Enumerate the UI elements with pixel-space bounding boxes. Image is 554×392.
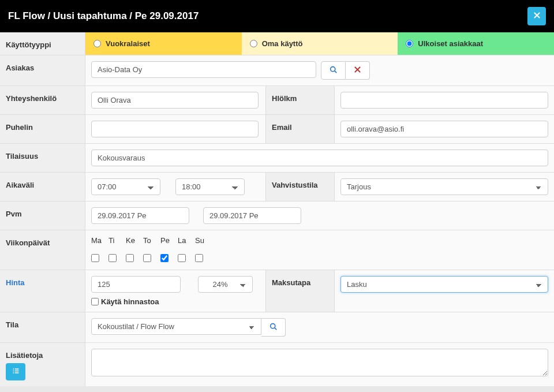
usertype-ulkoiset[interactable]: Ulkoiset asiakkaat xyxy=(398,32,554,55)
svg-rect-6 xyxy=(13,368,14,369)
hlolkm-input[interactable] xyxy=(340,92,548,109)
search-icon xyxy=(330,66,337,75)
row-tila: Tila Kokoustilat / Flow Flow xyxy=(0,312,554,342)
use-pricelist-label[interactable]: Käytä hinnastoa xyxy=(91,297,159,306)
usertype-vuokralaiset[interactable]: Vuokralaiset xyxy=(85,32,242,55)
radio-vuokralaiset[interactable] xyxy=(93,40,101,47)
label-lisatietoja: Lisätietoja xyxy=(0,351,85,360)
label-vahvistustila: Vahvistustila xyxy=(265,173,335,201)
radio-omakaytto[interactable] xyxy=(250,40,257,47)
svg-rect-9 xyxy=(14,371,18,372)
svg-point-4 xyxy=(271,324,275,328)
label-aikavali: Aikaväli xyxy=(0,173,85,201)
weekday-check-ma[interactable] xyxy=(91,254,99,262)
weekday-checkboxes xyxy=(91,254,212,264)
row-aikavali: Aikaväli 07:00 18:00 Vahvistustila Tarjo… xyxy=(0,172,554,201)
svg-rect-8 xyxy=(13,371,14,372)
usertype-omakaytto-label: Oma käyttö xyxy=(262,39,303,48)
label-viikonpaivat: Viikonpäivät xyxy=(0,230,85,270)
modal: FL Flow / Uusi tapahtuma / Pe 29.09.2017… xyxy=(0,0,554,386)
weekday-su: Su xyxy=(195,236,212,245)
yhteyshenkilo-input[interactable] xyxy=(91,92,259,109)
svg-rect-11 xyxy=(14,372,18,374)
tilaisuus-input[interactable] xyxy=(91,150,548,166)
list-icon xyxy=(12,367,20,376)
row-tilaisuus: Tilaisuus xyxy=(0,143,554,172)
radio-ulkoiset[interactable] xyxy=(406,40,413,47)
label-puhelin: Puhelin xyxy=(0,115,85,143)
svg-line-1 xyxy=(335,71,336,73)
pvm-end-input[interactable] xyxy=(203,207,301,224)
row-lisatietoja: Lisätietoja xyxy=(0,342,554,386)
weekday-check-su[interactable] xyxy=(195,254,203,262)
svg-point-0 xyxy=(331,67,335,72)
label-kayttotyyppi: Käyttötyyppi xyxy=(0,32,85,55)
weekday-check-la[interactable] xyxy=(178,254,186,262)
usertype-omakaytto[interactable]: Oma käyttö xyxy=(242,32,398,55)
weekday-la: La xyxy=(178,236,195,245)
tila-select[interactable]: Kokoustilat / Flow Flow xyxy=(91,318,261,335)
search-icon xyxy=(269,323,277,332)
modal-header: FL Flow / Uusi tapahtuma / Pe 29.09.2017 xyxy=(0,0,554,32)
aikavali-start-select[interactable]: 07:00 xyxy=(91,178,160,195)
row-usertype: Käyttötyyppi Vuokralaiset Oma käyttö Ulk… xyxy=(0,32,554,55)
form-content: Käyttötyyppi Vuokralaiset Oma käyttö Ulk… xyxy=(0,32,554,386)
label-hinta[interactable]: Hinta xyxy=(0,270,85,312)
use-pricelist-text: Käytä hinnastoa xyxy=(101,297,159,306)
maksutapa-select[interactable]: Lasku xyxy=(340,276,548,293)
svg-rect-7 xyxy=(14,368,18,369)
row-pvm: Pvm xyxy=(0,201,554,230)
weekday-ti: Ti xyxy=(108,236,126,245)
weekday-check-ti[interactable] xyxy=(108,254,117,262)
weekday-pe: Pe xyxy=(160,236,178,245)
asiakas-input[interactable] xyxy=(91,61,316,78)
asiakas-search-button[interactable] xyxy=(321,61,346,80)
weekday-check-ke[interactable] xyxy=(126,254,134,262)
tila-search-button[interactable] xyxy=(261,318,286,337)
row-hinta: Hinta 24% Käytä hinnastoa Maksutapa Lask… xyxy=(0,270,554,312)
hinta-input[interactable] xyxy=(91,276,181,293)
vat-select[interactable]: 24% xyxy=(198,276,253,293)
row-puhelin: Puhelin Email xyxy=(0,114,554,143)
label-email: Email xyxy=(265,115,335,143)
label-asiakas: Asiakas xyxy=(0,55,85,85)
close-button[interactable] xyxy=(527,7,546,25)
weekday-labels: Ma Ti Ke To Pe La Su xyxy=(91,236,212,249)
times-icon xyxy=(354,66,361,75)
weekday-ke: Ke xyxy=(126,236,143,245)
usertype-vuokralaiset-label: Vuokralaiset xyxy=(106,39,150,48)
lisatietoja-textarea[interactable] xyxy=(91,349,548,376)
label-yhteyshenkilo: Yhteyshenkilö xyxy=(0,86,85,114)
close-icon xyxy=(533,11,541,21)
row-viikonpaivat: Viikonpäivät Ma Ti Ke To Pe La Su xyxy=(0,230,554,270)
label-tila: Tila xyxy=(0,312,85,342)
weekday-check-pe[interactable] xyxy=(160,254,169,262)
puhelin-input[interactable] xyxy=(91,121,259,137)
label-pvm: Pvm xyxy=(0,201,85,230)
asiakas-clear-button[interactable] xyxy=(346,61,370,80)
use-pricelist-checkbox[interactable] xyxy=(91,298,99,305)
modal-title: FL Flow / Uusi tapahtuma / Pe 29.09.2017 xyxy=(8,10,199,22)
svg-line-5 xyxy=(275,328,276,330)
label-tilaisuus: Tilaisuus xyxy=(0,144,85,172)
row-asiakas: Asiakas xyxy=(0,55,554,85)
weekday-to: To xyxy=(143,236,160,245)
row-yhteyshenkilo: Yhteyshenkilö Hlölkm xyxy=(0,85,554,114)
email-input[interactable] xyxy=(340,121,548,137)
vahvistustila-select[interactable]: Tarjous xyxy=(340,178,548,195)
aikavali-end-select[interactable]: 18:00 xyxy=(175,178,245,195)
weekday-ma: Ma xyxy=(91,236,108,245)
weekday-check-to[interactable] xyxy=(143,254,151,262)
svg-rect-10 xyxy=(13,372,14,374)
pvm-start-input[interactable] xyxy=(91,207,189,224)
label-maksutapa: Maksutapa xyxy=(265,270,335,312)
list-button[interactable] xyxy=(6,363,25,380)
label-hlolkm: Hlölkm xyxy=(265,86,335,114)
usertype-ulkoiset-label: Ulkoiset asiakkaat xyxy=(418,39,483,48)
